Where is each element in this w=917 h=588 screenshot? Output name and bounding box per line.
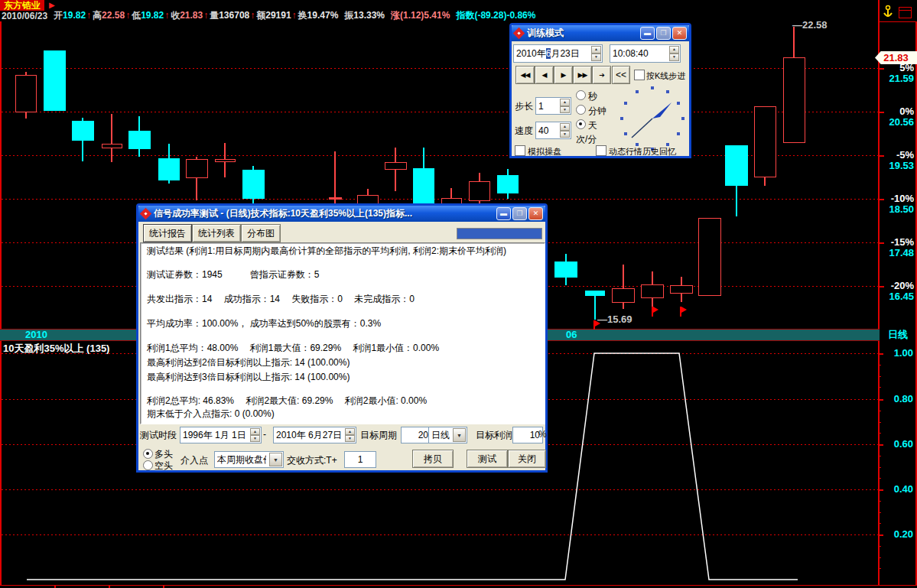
- test-dialog-titlebar[interactable]: 信号成功率测试 - (日线)技术指标:10天盈利35%以上(135)指标... …: [138, 206, 545, 222]
- quote-field-label: 高: [93, 9, 102, 22]
- long-radio[interactable]: [143, 449, 153, 459]
- unit-label-seconds: 秒: [588, 90, 597, 103]
- date-to-field[interactable]: 2010年 6月27日 ▲▼: [273, 427, 356, 443]
- spin-down-icon[interactable]: ▼: [560, 106, 570, 114]
- indicator-gridline: [2, 534, 878, 535]
- spin-up-icon[interactable]: ▲: [591, 46, 601, 54]
- history-recall-checkbox[interactable]: [596, 145, 606, 156]
- quote-field-label: 低: [132, 9, 141, 22]
- report-line: 利润1总平均：48.00% 利润1最大值：69.29% 利润1最小值：0.00%: [147, 342, 439, 355]
- axis-percent-label: 0%: [880, 106, 914, 117]
- spin-up-icon[interactable]: ▲: [250, 428, 260, 435]
- tab-list[interactable]: 统计列表: [192, 224, 241, 242]
- signal-flag-icon: [652, 307, 658, 317]
- signal-test-dialog[interactable]: 信号成功率测试 - (日线)技术指标:10天盈利35%以上(135)指标... …: [136, 203, 548, 473]
- maximize-button[interactable]: ❐: [656, 27, 671, 40]
- dropdown-arrow-icon[interactable]: ▼: [453, 428, 466, 442]
- spin-up-icon[interactable]: ▲: [560, 99, 570, 106]
- window-layout-icon[interactable]: [899, 7, 912, 18]
- entry-point-dropdown[interactable]: 本周期收盘价 ▼: [214, 451, 284, 468]
- spin-down-icon[interactable]: ▼: [669, 54, 679, 61]
- header-separator: [878, 21, 917, 22]
- price-gridline: [2, 68, 878, 69]
- axis-minor-tick: [878, 433, 881, 434]
- date-from-field[interactable]: 1996年 1月 1日 ▲▼: [180, 427, 262, 443]
- report-line: 最高利润达到2倍目标利润以上指示: 14 (100.00%): [147, 356, 350, 369]
- playback-button-1[interactable]: ◀: [535, 66, 554, 84]
- report-line: 利润2总平均: 46.83% 利润2最大值: 69.29% 利润2最小值: 0.…: [147, 395, 427, 408]
- minimize-button[interactable]: ▬: [640, 27, 655, 40]
- simulate-checkbox[interactable]: [515, 145, 525, 156]
- speed-spinner[interactable]: ▲▼: [560, 123, 570, 138]
- target-period-value: 20: [418, 430, 428, 440]
- axis-minor-tick: [878, 478, 881, 479]
- test-dialog-title: 信号成功率测试 - (日线)技术指标:10天盈利35%以上(135)指标...: [154, 207, 495, 220]
- playback-button-3[interactable]: ▶▶: [573, 66, 592, 84]
- date-field[interactable]: 2010年 6月23日 ▲▼: [513, 44, 603, 63]
- indicator-axis-label: 0.80: [881, 393, 913, 404]
- quote-date: 2010/06/23: [2, 11, 47, 21]
- target-profit-label: 目标利润: [476, 429, 512, 442]
- spin-down-icon[interactable]: ▼: [560, 131, 570, 138]
- quote-field-value: 21.83: [180, 10, 203, 21]
- anchor-icon[interactable]: [882, 4, 894, 21]
- date-to-spinner[interactable]: ▲▼: [345, 428, 355, 442]
- close-button[interactable]: ✕: [672, 27, 687, 40]
- playback-button-4[interactable]: ➔: [592, 66, 611, 84]
- percent-sign: %: [538, 429, 547, 440]
- date-from-spinner[interactable]: ▲▼: [250, 428, 260, 442]
- bottom-axis-tick: [109, 585, 110, 588]
- unit-label-minutes: 分钟: [588, 105, 606, 118]
- playback-button-0[interactable]: ◀◀: [515, 66, 535, 84]
- report-line: 最高利润达到3倍目标利润以上指示: 14 (100.00%): [147, 371, 350, 384]
- playback-button-2[interactable]: ▶: [554, 66, 573, 84]
- candlestick: [641, 284, 664, 298]
- step-spinner[interactable]: ▲▼: [560, 99, 570, 113]
- tab-report[interactable]: 统计报告: [143, 224, 192, 242]
- app-logo-icon: [514, 28, 524, 38]
- close-button[interactable]: ✕: [528, 207, 543, 220]
- minimize-button[interactable]: ▬: [496, 207, 511, 220]
- speed-input[interactable]: 40 ▲▼: [535, 122, 571, 139]
- quote-field-value: 136708: [219, 10, 249, 21]
- period-unit-dropdown[interactable]: 日线 ▼: [428, 427, 467, 443]
- unit-radio-days[interactable]: [576, 119, 586, 129]
- quote-field-label: 开: [54, 9, 63, 22]
- axis-price-label: 16.45: [880, 291, 914, 302]
- candlestick: [585, 291, 605, 296]
- price-gridline: [2, 199, 878, 200]
- range-dash: -: [263, 429, 266, 440]
- close-dialog-button[interactable]: 关闭: [508, 450, 546, 468]
- dropdown-arrow-icon[interactable]: ▼: [269, 453, 282, 466]
- time-field[interactable]: 10:08:40 ▲▼: [610, 44, 681, 63]
- spin-down-icon[interactable]: ▼: [345, 435, 355, 442]
- spin-up-icon[interactable]: ▲: [345, 428, 355, 435]
- target-period-input[interactable]: 20: [401, 427, 431, 443]
- training-dialog-titlebar[interactable]: 训练模式 ▬ ❐ ✕: [512, 25, 689, 41]
- quote-field-label: 涨: [391, 9, 400, 22]
- short-radio[interactable]: [143, 460, 153, 470]
- tab-distribution[interactable]: 分布图: [241, 224, 281, 242]
- spin-down-icon[interactable]: ▼: [250, 435, 260, 442]
- date-spinner[interactable]: ▲▼: [591, 46, 601, 61]
- quote-info-bar: 2010/06/23 开19.82↑高22.58↑低19.82↑收21.83↑量…: [2, 10, 541, 21]
- unit-radio-minutes[interactable]: [576, 105, 586, 115]
- kline-step-checkbox[interactable]: [634, 70, 645, 80]
- short-label: 空头: [154, 460, 173, 473]
- maximize-button[interactable]: ❐: [512, 207, 527, 220]
- copy-button[interactable]: 拷贝: [412, 450, 454, 468]
- test-button[interactable]: 测试: [467, 450, 508, 468]
- training-mode-dialog[interactable]: 训练模式 ▬ ❐ ✕ 2010年 6月23日 ▲▼ 10:08:40 ▲▼ ◀◀…: [509, 23, 691, 158]
- tdx-app-window: 东方锆业 ▶ 2010/06/23 开19.82↑高22.58↑低19.82↑收…: [0, 0, 917, 588]
- date-prefix: 2010年: [516, 47, 546, 60]
- unit-radio-seconds[interactable]: [576, 90, 586, 100]
- spin-up-icon[interactable]: ▲: [669, 46, 679, 54]
- spin-down-icon[interactable]: ▼: [591, 54, 601, 61]
- step-input[interactable]: 1 ▲▼: [535, 97, 571, 115]
- step-value: 1: [538, 101, 544, 112]
- time-spinner[interactable]: ▲▼: [669, 46, 679, 61]
- candlestick: [158, 158, 180, 180]
- settlement-input[interactable]: 1: [344, 451, 376, 468]
- settlement-label: 交收方式:T+: [287, 454, 337, 467]
- spin-up-icon[interactable]: ▲: [560, 123, 570, 131]
